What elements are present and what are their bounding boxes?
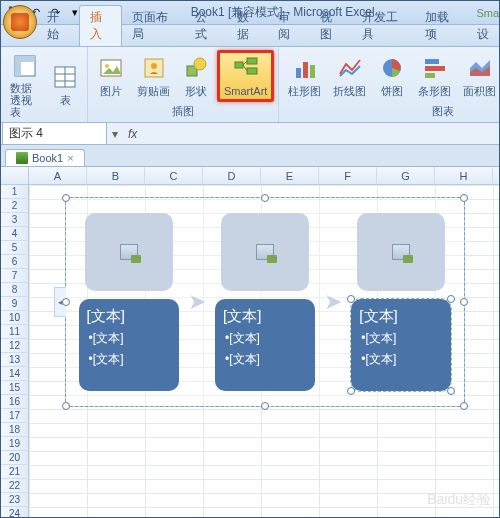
col-header[interactable]: F: [319, 167, 377, 184]
clipart-button[interactable]: 剪贴画: [132, 51, 175, 102]
row-header[interactable]: 23: [1, 493, 29, 507]
row-header[interactable]: 20: [1, 451, 29, 465]
row-header[interactable]: 16: [1, 395, 29, 409]
fx-icon[interactable]: fx: [122, 127, 143, 141]
col-header[interactable]: B: [87, 167, 145, 184]
row-header[interactable]: 3: [1, 213, 29, 227]
svg-rect-23: [425, 66, 445, 71]
row-header[interactable]: 6: [1, 255, 29, 269]
svg-rect-18: [296, 68, 301, 78]
resize-handle[interactable]: [447, 387, 455, 395]
row-header[interactable]: 14: [1, 367, 29, 381]
row-header[interactable]: 9: [1, 297, 29, 311]
resize-handle[interactable]: [347, 295, 355, 303]
pivot-table-button[interactable]: 数据 透视表: [5, 49, 45, 121]
row-header[interactable]: 5: [1, 241, 29, 255]
tab-page-layout[interactable]: 页面布局: [122, 6, 185, 46]
column-chart-button[interactable]: 柱形图: [283, 51, 326, 102]
select-all-corner[interactable]: [1, 167, 29, 184]
tab-formula[interactable]: 公式: [185, 6, 227, 46]
shapes-button[interactable]: 形状: [177, 51, 215, 102]
pivot-table-icon: [11, 52, 39, 80]
row-header[interactable]: 13: [1, 353, 29, 367]
svg-line-17: [243, 65, 247, 71]
svg-line-16: [243, 61, 247, 65]
area-chart-button[interactable]: 面积图: [458, 51, 500, 102]
smartart-text-box[interactable]: [文本] •[文本] •[文本]: [79, 299, 179, 391]
name-box[interactable]: 图示 4: [2, 122, 107, 145]
row-header[interactable]: 18: [1, 423, 29, 437]
svg-rect-2: [15, 56, 21, 76]
resize-handle[interactable]: [447, 295, 455, 303]
row-header[interactable]: 10: [1, 311, 29, 325]
smartart-content: [文本] •[文本] •[文本] ➤ [文本] •[文本] •[文本] ➤: [66, 198, 464, 406]
tab-data[interactable]: 数据: [227, 6, 269, 46]
row-header[interactable]: 15: [1, 381, 29, 395]
name-box-dropdown-icon[interactable]: ▾: [108, 127, 122, 141]
row-header[interactable]: 12: [1, 339, 29, 353]
smartart-object[interactable]: ◂ [文本] •[文本] •[文本] ➤: [65, 197, 465, 407]
picture-button[interactable]: 图片: [92, 51, 130, 102]
smartart-text-box[interactable]: [文本] •[文本] •[文本]: [215, 299, 315, 391]
tab-design[interactable]: 设: [467, 23, 499, 46]
resize-handle[interactable]: [261, 194, 269, 202]
picture-icon: [97, 54, 125, 82]
row-header[interactable]: 8: [1, 283, 29, 297]
resize-handle[interactable]: [460, 402, 468, 410]
row-header[interactable]: 2: [1, 199, 29, 213]
smartart-node[interactable]: [文本] •[文本] •[文本]: [79, 213, 179, 391]
col-header[interactable]: A: [29, 167, 87, 184]
row-header[interactable]: 21: [1, 465, 29, 479]
col-header[interactable]: E: [261, 167, 319, 184]
smartart-icon: [232, 55, 260, 83]
col-header[interactable]: G: [377, 167, 435, 184]
row-header[interactable]: 4: [1, 227, 29, 241]
cells-area[interactable]: ◂ [文本] •[文本] •[文本] ➤: [29, 185, 499, 517]
svg-point-10: [151, 63, 157, 69]
table-icon: [51, 63, 79, 91]
close-icon[interactable]: ×: [67, 152, 73, 164]
col-header[interactable]: D: [203, 167, 261, 184]
pie-chart-button[interactable]: 饼图: [373, 51, 411, 102]
resize-handle[interactable]: [460, 194, 468, 202]
resize-handle[interactable]: [261, 402, 269, 410]
smartart-node[interactable]: [文本] •[文本] •[文本]: [215, 213, 315, 391]
smartart-image-placeholder[interactable]: [221, 213, 309, 291]
tab-developer[interactable]: 开发工具: [352, 6, 415, 46]
svg-rect-22: [425, 59, 439, 64]
row-header[interactable]: 11: [1, 325, 29, 339]
smartart-text-box-selected[interactable]: [文本] •[文本] •[文本]: [351, 299, 451, 391]
resize-handle[interactable]: [62, 194, 70, 202]
tab-addin[interactable]: 加载项: [415, 6, 467, 46]
office-button[interactable]: [3, 5, 37, 39]
resize-handle[interactable]: [62, 402, 70, 410]
resize-handle[interactable]: [347, 387, 355, 395]
tab-home[interactable]: 开始: [37, 6, 79, 46]
row-header[interactable]: 1: [1, 185, 29, 199]
col-header[interactable]: C: [145, 167, 203, 184]
resize-handle[interactable]: [460, 298, 468, 306]
shapes-icon: [182, 54, 210, 82]
row-header[interactable]: 24: [1, 507, 29, 517]
row-header[interactable]: 22: [1, 479, 29, 493]
line-chart-button[interactable]: 折线图: [328, 51, 371, 102]
smartart-image-placeholder[interactable]: [85, 213, 173, 291]
tab-insert[interactable]: 插入: [79, 5, 123, 46]
row-header[interactable]: 19: [1, 437, 29, 451]
ribbon-group-charts: 柱形图 折线图 饼图 条形图 面积图 散点图 其他图表 图表: [279, 47, 500, 122]
bar-chart-button[interactable]: 条形图: [413, 51, 456, 102]
smartart-node[interactable]: [文本] •[文本] •[文本]: [351, 213, 451, 391]
tab-view[interactable]: 视图: [310, 6, 352, 46]
context-tab-label: Sma: [476, 7, 499, 19]
col-header[interactable]: H: [435, 167, 493, 184]
smartart-image-placeholder[interactable]: [357, 213, 445, 291]
resize-handle[interactable]: [62, 298, 70, 306]
smartart-button[interactable]: SmartArt: [217, 50, 274, 102]
worksheet-grid[interactable]: A B C D E F G H 123456789101112131415161…: [1, 167, 499, 517]
tab-review[interactable]: 审阅: [268, 6, 310, 46]
line-chart-icon: [336, 54, 364, 82]
workbook-tab[interactable]: Book1 ×: [5, 149, 85, 166]
row-header[interactable]: 17: [1, 409, 29, 423]
row-header[interactable]: 7: [1, 269, 29, 283]
table-button[interactable]: 表: [47, 60, 83, 111]
